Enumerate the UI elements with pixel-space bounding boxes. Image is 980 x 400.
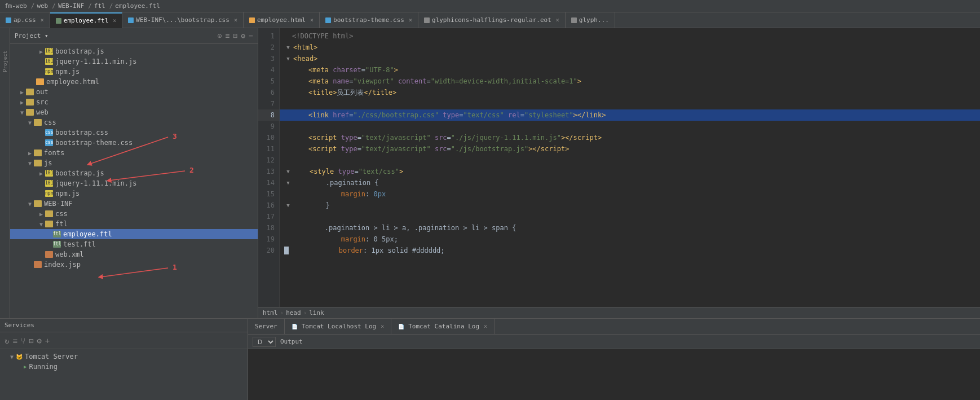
close-icon[interactable]: × — [556, 17, 559, 23]
tab-employee-ftl[interactable]: employee.ftl × — [50, 12, 123, 28]
fold-icon[interactable]: ▼ — [284, 168, 292, 175]
tree-item-web[interactable]: ▼ web — [10, 107, 258, 117]
tab-label: glyph... — [579, 16, 609, 24]
collapse-arrow[interactable]: ▼ — [8, 354, 16, 360]
code-line-2: ▼ <html> — [280, 42, 980, 53]
folder-icon — [45, 210, 53, 217]
tree-item-web-xml[interactable]: ▶ web.xml — [10, 249, 258, 260]
html-icon — [249, 17, 255, 23]
list-icon[interactable]: ≡ — [12, 336, 17, 345]
tab-glyphicons-eot[interactable]: glyphicons-halflings-regular.eot × — [418, 12, 566, 28]
tree-item-css-webinf[interactable]: ▶ css — [10, 209, 258, 219]
expand-arrow[interactable]: ▶ — [18, 89, 26, 95]
collapse-arrow[interactable]: ▼ — [26, 160, 34, 166]
close-icon[interactable]: × — [484, 323, 487, 329]
line-num-17: 17 — [258, 211, 279, 222]
breadcrumb-file[interactable]: employee.ftl — [115, 2, 160, 10]
collapse-arrow[interactable]: ▼ — [37, 221, 45, 227]
css-icon: css — [45, 139, 53, 146]
tree-item-css[interactable]: ▼ css — [10, 117, 258, 128]
breadcrumb-fm-web[interactable]: fm-web — [5, 2, 27, 10]
line-num-8: 8 — [258, 109, 279, 121]
tree-item-js[interactable]: ▼ js — [10, 158, 258, 168]
localhost-tab-label: Tomcat Localhost Log — [302, 323, 376, 330]
minimize-icon[interactable]: − — [249, 32, 253, 40]
tree-item-npm-2[interactable]: ▶ npm npm.js — [10, 188, 258, 199]
tab-label: bootstrap-theme.css — [333, 16, 404, 24]
close-icon[interactable]: × — [381, 323, 384, 329]
tree-item-jquery-1[interactable]: ▶ 101 jquery-1.11.1.min.js — [10, 56, 258, 67]
tree-item-test-ftl[interactable]: ▶ ftl test.ftl — [10, 239, 258, 249]
tab-ap-css[interactable]: ap.css × — [0, 12, 50, 28]
branch-icon[interactable]: ⑂ — [21, 336, 25, 345]
tab-label: ap.css — [14, 16, 36, 24]
fold-icon[interactable]: ▼ — [284, 179, 292, 187]
fold-icon[interactable]: ▼ — [284, 201, 292, 209]
main-layout: Project Project ▾ ⊙ ≡ ⊟ ⚙ − ▶ 101 bootst… — [0, 28, 980, 318]
tree-item-out[interactable]: ▶ out — [10, 87, 258, 97]
settings-icon[interactable]: ⚙ — [241, 32, 245, 40]
line-num-13: 13 — [258, 166, 279, 177]
fold-icon[interactable]: ▼ — [284, 43, 292, 51]
output-level-select[interactable]: D I W E — [253, 337, 276, 347]
breadcrumb-web[interactable]: web — [37, 2, 48, 10]
line-num-1: 1 — [258, 30, 279, 42]
sort-icon[interactable]: ⊟ — [233, 32, 238, 40]
tree-item-jquery-2[interactable]: ▶ 101 jquery-1.11.1.min.js — [10, 178, 258, 188]
sidebar-title: Project ▾ — [15, 32, 48, 39]
eot-icon — [424, 17, 430, 23]
tree-item-index-jsp[interactable]: ▶ index.jsp — [10, 260, 258, 270]
tab-tomcat-localhost[interactable]: 📄 Tomcat Localhost Log × — [285, 319, 391, 335]
refresh-icon[interactable]: ↻ — [5, 336, 9, 345]
tab-glyph2[interactable]: glyph... — [566, 12, 615, 28]
tree-item-webinf[interactable]: ▼ WEB-INF — [10, 199, 258, 209]
expand-arrow[interactable]: ▶ — [26, 150, 34, 156]
close-icon[interactable]: × — [310, 17, 314, 23]
expand-arrow[interactable]: ▶ — [18, 99, 26, 106]
tree-item-running[interactable]: ▶ ▶ Running — [0, 362, 248, 372]
tree-label: jquery-1.11.1.min.js — [55, 58, 137, 65]
tab-bootstrap-css[interactable]: WEB-INF\...\bootstrap.css × — [122, 12, 244, 28]
tree-label: ftl — [55, 220, 68, 228]
close-icon[interactable]: × — [113, 17, 116, 24]
breadcrumb-webinf[interactable]: WEB-INF — [58, 2, 84, 10]
close-icon[interactable]: × — [41, 17, 44, 23]
sync-icon[interactable]: ⊙ — [218, 32, 222, 40]
breadcrumb-head[interactable]: head — [286, 309, 301, 317]
settings-icon[interactable]: ⚙ — [37, 336, 41, 345]
collapse-arrow[interactable]: ▼ — [26, 120, 34, 126]
tree-item-bootstrap-css[interactable]: ▶ css bootstrap.css — [10, 128, 258, 138]
tree-label: src — [36, 98, 48, 106]
css-icon — [6, 17, 11, 23]
tree-item-employee-ftl[interactable]: ▶ ftl employee.ftl — [10, 229, 258, 239]
breadcrumb-ftl[interactable]: ftl — [94, 2, 105, 10]
tree-item-employee-html[interactable]: ▶ employee.html — [10, 77, 258, 87]
fold-icon[interactable]: ▼ — [284, 55, 292, 63]
tree-item-fonts[interactable]: ▶ fonts — [10, 148, 258, 158]
close-icon[interactable]: × — [234, 17, 237, 23]
collapse-all-icon[interactable]: ≡ — [226, 32, 230, 40]
close-icon[interactable]: × — [409, 17, 412, 23]
css-icon: css — [45, 129, 53, 136]
tree-item-bootstrap-js-1[interactable]: ▶ 101 bootstrap.js — [10, 46, 258, 56]
code-line-7 — [280, 98, 980, 109]
collapse-arrow[interactable]: ▼ — [18, 109, 26, 116]
tab-server[interactable]: Server — [248, 319, 285, 335]
tree-item-npm-1[interactable]: ▶ npm npm.js — [10, 67, 258, 77]
filter-icon[interactable]: ⊟ — [29, 336, 33, 345]
tree-item-bootstrap-theme-css[interactable]: ▶ css bootstrap-theme.css — [10, 138, 258, 148]
tree-item-ftl[interactable]: ▼ ftl — [10, 219, 258, 229]
tab-bootstrap-theme-css[interactable]: bootstrap-theme.css × — [320, 12, 418, 28]
tab-tomcat-catalina[interactable]: 📄 Tomcat Catalina Log × — [391, 319, 495, 335]
expand-arrow[interactable]: ▶ — [37, 49, 45, 55]
breadcrumb-link[interactable]: link — [309, 309, 324, 317]
code-area[interactable]: <!DOCTYPE html> ▼ <html> ▼ <head> <meta … — [280, 28, 980, 307]
expand-arrow[interactable]: ▶ — [37, 211, 45, 217]
breadcrumb-html[interactable]: html — [263, 309, 278, 317]
tree-item-bootstrap-js-2[interactable]: ▶ 101 bootstrap.js — [10, 168, 258, 178]
tree-item-src[interactable]: ▶ src — [10, 97, 258, 107]
tree-item-tomcat[interactable]: ▼ 🐱 Tomcat Server — [0, 351, 248, 362]
tab-employee-html[interactable]: employee.html × — [244, 12, 320, 28]
add-icon[interactable]: + — [45, 336, 50, 345]
collapse-arrow[interactable]: ▼ — [26, 201, 34, 207]
